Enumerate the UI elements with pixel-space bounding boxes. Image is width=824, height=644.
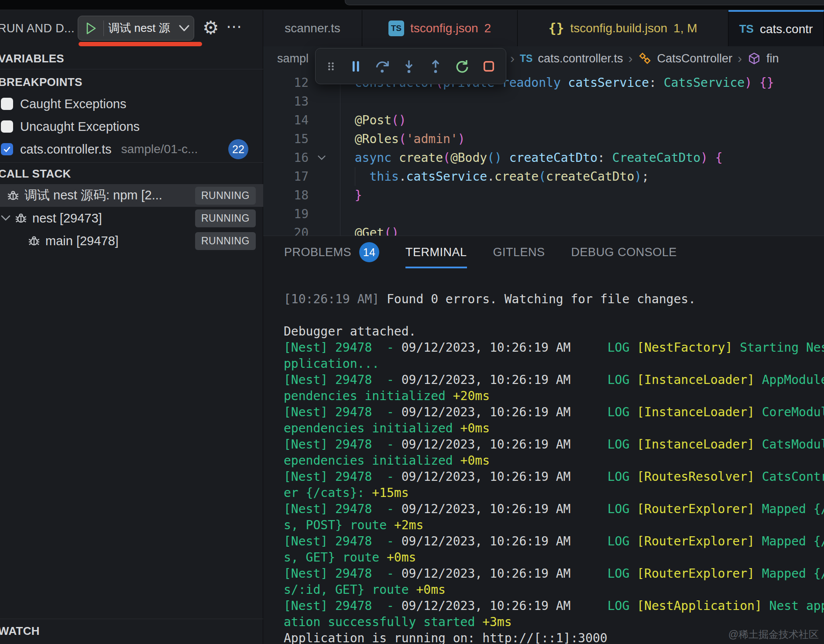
- running-badge: RUNNING: [195, 209, 256, 227]
- run-and-debug-topbar: RUN AND D... 调试 nest 源 ⚙ ⋯: [0, 10, 263, 47]
- code-line: 18 }: [263, 186, 824, 205]
- bottom-panel: PROBLEMS14TERMINALGITLENSDEBUG CONSOLE […: [263, 236, 824, 644]
- code-text: async create(@Body() createCatDto: Creat…: [340, 148, 723, 167]
- terminal-line: pendencies initialized +20ms: [284, 388, 824, 404]
- restart-button[interactable]: [454, 58, 470, 75]
- editor-tab-cats-contr[interactable]: TScats.contr: [728, 10, 824, 46]
- symbol-class-icon: [638, 51, 652, 65]
- terminal-line: ependencies initialized +0ms: [284, 452, 824, 469]
- more-actions-icon[interactable]: ⋯: [226, 14, 242, 39]
- editor-tab-scanner-ts[interactable]: scanner.ts: [263, 10, 362, 46]
- pause-button[interactable]: [347, 58, 364, 75]
- watermark: @稀土掘金技术社区: [728, 628, 819, 641]
- toolbar-drag-handle[interactable]: [324, 59, 337, 73]
- call-stack-label: nest [29473]: [32, 211, 102, 226]
- panel-tab-problems[interactable]: PROBLEMS14: [284, 236, 379, 268]
- section-divider: [0, 619, 263, 619]
- breakpoint-checkbox[interactable]: [1, 98, 13, 110]
- tab-label: cats.contr: [760, 22, 813, 36]
- breakpoint-row[interactable]: Caught Exceptions: [0, 92, 263, 115]
- terminal-line: pplication...: [284, 356, 824, 372]
- call-stack-label: main [29478]: [45, 234, 119, 248]
- terminal-line: [Nest] 29478 - 09/12/2023, 10:26:19 AM L…: [284, 339, 824, 356]
- breakpoint-count-badge: 22: [228, 139, 248, 159]
- ts-file-icon: TS: [739, 22, 754, 36]
- panel-tab-debug-console[interactable]: DEBUG CONSOLE: [571, 236, 677, 268]
- code-line: 19: [263, 205, 824, 223]
- call-stack-row[interactable]: 调试 nest 源码: npm [2...RUNNING: [0, 184, 263, 207]
- section-breakpoints[interactable]: BREAKPOINTS: [0, 75, 82, 89]
- breadcrumb-folder[interactable]: sampl: [277, 52, 309, 65]
- debug-toolbar[interactable]: [315, 48, 506, 84]
- bug-icon: [27, 234, 41, 248]
- editor-tab-tsconfig-json[interactable]: TStsconfig.json2: [362, 10, 518, 46]
- terminal-line: [Nest] 29478 - 09/12/2023, 10:26:19 AM L…: [284, 469, 824, 485]
- terminal-line: s/:id, GET} route +0ms: [284, 582, 824, 598]
- breadcrumb-method[interactable]: fin: [766, 52, 779, 65]
- running-badge: RUNNING: [195, 187, 256, 205]
- gear-icon[interactable]: ⚙: [203, 16, 219, 40]
- ts-file-icon: TS: [520, 53, 532, 65]
- braces-file-icon: {}: [548, 21, 564, 36]
- panel-tab-label: PROBLEMS: [284, 246, 351, 259]
- code-text: }: [340, 186, 362, 205]
- red-annotation-underline: [79, 42, 202, 46]
- terminal-line: [Nest] 29478 - 09/12/2023, 10:26:19 AM L…: [284, 565, 824, 582]
- breakpoint-row[interactable]: Uncaught Exceptions: [0, 115, 263, 138]
- breadcrumb-file[interactable]: cats.controller.ts: [538, 52, 623, 65]
- running-badge: RUNNING: [195, 232, 256, 250]
- terminal-line: ependencies initialized +0ms: [284, 420, 824, 436]
- terminal-line: s, GET} route +0ms: [284, 549, 824, 565]
- breadcrumb-class[interactable]: CatsController: [657, 52, 733, 65]
- window-top-strip: [0, 0, 824, 10]
- line-number: 12: [263, 73, 309, 92]
- terminal-line: [Nest] 29478 - 09/12/2023, 10:26:19 AM L…: [284, 533, 824, 549]
- ts-file-icon: TS: [388, 21, 404, 36]
- start-debug-button[interactable]: [78, 21, 103, 36]
- panel-tab-label: DEBUG CONSOLE: [571, 246, 677, 259]
- bug-icon: [6, 188, 20, 202]
- terminal-output[interactable]: [10:26:19 AM] Found 0 errors. Watching f…: [263, 268, 824, 644]
- launch-config-control[interactable]: 调试 nest 源: [78, 16, 194, 41]
- line-number: 17: [263, 167, 309, 186]
- panel-tab-gitlens[interactable]: GITLENS: [493, 236, 545, 268]
- terminal-line: [Nest] 29478 - 09/12/2023, 10:26:19 AM L…: [284, 404, 824, 420]
- sidebar-title: RUN AND D...: [0, 22, 75, 35]
- breakpoint-label: cats.controller.ts: [20, 142, 112, 157]
- editor-tab-tsconfig-build-json[interactable]: {}tsconfig.build.json1, M: [518, 10, 728, 46]
- stop-button[interactable]: [481, 58, 497, 75]
- section-call-stack[interactable]: CALL STACK: [0, 167, 71, 181]
- fold-chevron-icon[interactable]: [317, 148, 326, 167]
- call-stack-row[interactable]: nest [29473]RUNNING: [0, 207, 263, 230]
- breakpoint-checkbox[interactable]: [1, 143, 13, 155]
- step-into-button[interactable]: [401, 58, 417, 75]
- breakpoint-checkbox[interactable]: [1, 120, 13, 133]
- code-line: 15 @Roles('admin'): [263, 130, 824, 148]
- chevron-down-icon[interactable]: [1, 215, 11, 221]
- code-line: 20 @Get(): [263, 223, 824, 236]
- terminal-line: [Nest] 29478 - 09/12/2023, 10:26:19 AM L…: [284, 598, 824, 614]
- breakpoint-row[interactable]: cats.controller.tssample/01-c...22: [0, 138, 263, 161]
- vscode-window: RUN AND D... 调试 nest 源 ⚙ ⋯ VARIABLES BRE…: [0, 0, 824, 644]
- line-number: 15: [263, 130, 309, 148]
- launch-config-label[interactable]: 调试 nest 源: [104, 21, 175, 36]
- line-number: 14: [263, 111, 309, 130]
- code-editor[interactable]: 12 constructor(private readonly catsServ…: [263, 71, 824, 236]
- code-text: @Roles('admin'): [340, 130, 465, 148]
- step-over-button[interactable]: [374, 58, 391, 75]
- call-stack-row[interactable]: main [29478]RUNNING: [0, 230, 263, 252]
- section-watch[interactable]: WATCH: [0, 624, 40, 638]
- panel-tab-terminal[interactable]: TERMINAL: [405, 236, 467, 268]
- section-variables[interactable]: VARIABLES: [0, 52, 64, 65]
- chevron-right-icon: ›: [738, 51, 742, 66]
- step-out-button[interactable]: [427, 58, 444, 75]
- terminal-line: [Nest] 29478 - 09/12/2023, 10:26:19 AM L…: [284, 372, 824, 388]
- chevron-right-icon: ›: [628, 51, 633, 66]
- code-text: this.catsService.create(createCatDto);: [340, 167, 649, 186]
- bug-icon: [14, 211, 28, 225]
- tab-badge: 2: [484, 21, 491, 35]
- terminal-line: er {/cats}: +15ms: [284, 485, 824, 501]
- call-stack-label: 调试 nest 源码: npm [2...: [24, 187, 162, 204]
- chevron-down-icon[interactable]: [175, 25, 194, 32]
- code-line: 17 this.catsService.create(createCatDto)…: [263, 167, 824, 186]
